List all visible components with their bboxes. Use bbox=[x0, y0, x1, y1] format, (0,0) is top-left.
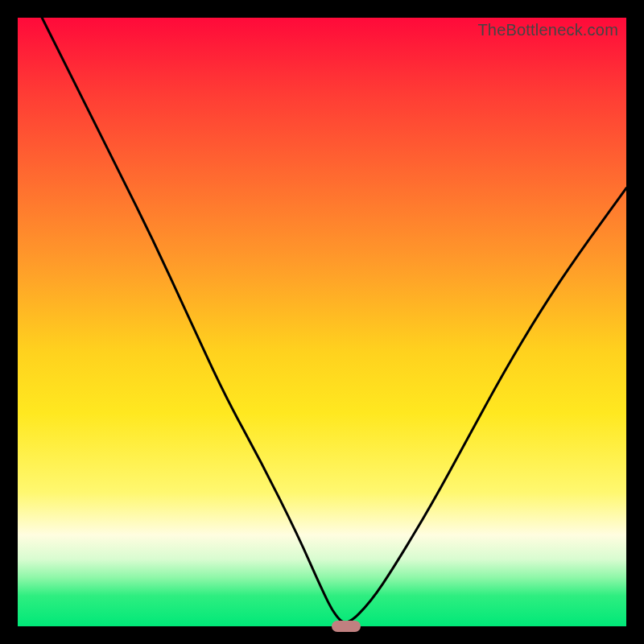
optimum-marker bbox=[332, 621, 361, 632]
plot-area: TheBottleneck.com bbox=[18, 18, 626, 626]
bottleneck-curve bbox=[18, 18, 626, 626]
chart-frame: TheBottleneck.com bbox=[0, 0, 644, 644]
